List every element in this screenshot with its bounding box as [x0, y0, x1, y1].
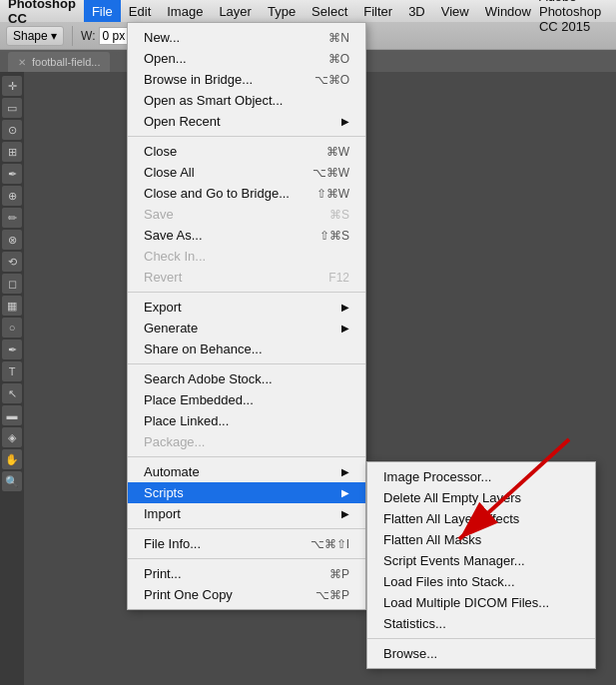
menu-file[interactable]: File	[84, 0, 121, 22]
menu-place-linked[interactable]: Place Linked...	[128, 410, 365, 431]
menu-revert[interactable]: Revert F12	[128, 267, 365, 288]
tool-healing[interactable]: ⊕	[2, 186, 22, 206]
tool-brush[interactable]: ✏	[2, 208, 22, 228]
menu-3d[interactable]: 3D	[400, 0, 433, 22]
menu-file-info[interactable]: File Info... ⌥⌘⇧I	[128, 533, 365, 554]
scripts-flatten-layer-effects[interactable]: Flatten All Layer Effects	[367, 508, 595, 529]
tool-history[interactable]: ⟲	[2, 252, 22, 272]
menu-view[interactable]: View	[433, 0, 477, 22]
scripts-submenu: Image Processor... Delete All Empty Laye…	[366, 461, 596, 669]
tool-pen[interactable]: ✒	[2, 340, 22, 359]
tab-football-field[interactable]: ✕ football-field...	[8, 52, 110, 72]
menu-open-smart-object[interactable]: Open as Smart Object...	[128, 90, 365, 111]
menu-scripts[interactable]: Scripts ▶	[128, 482, 365, 503]
scripts-statistics[interactable]: Statistics...	[367, 613, 595, 634]
tool-eraser[interactable]: ◻	[2, 274, 22, 294]
tool-hand[interactable]: ✋	[2, 449, 22, 469]
tool-gradient[interactable]: ▦	[2, 296, 22, 316]
separator-6	[128, 558, 365, 559]
menu-app-name[interactable]: Photoshop CC	[0, 0, 84, 22]
scripts-event-manager[interactable]: Script Events Manager...	[367, 550, 595, 571]
tool-move[interactable]: ✛	[2, 76, 22, 96]
menu-image[interactable]: Image	[159, 0, 211, 22]
menu-type[interactable]: Type	[260, 0, 304, 22]
tool-select[interactable]: ▭	[2, 98, 22, 118]
tool-clone[interactable]: ⊗	[2, 230, 22, 250]
menu-select[interactable]: Select	[304, 0, 355, 22]
separator-2	[128, 292, 365, 293]
menu-print-one-copy[interactable]: Print One Copy ⌥⌘P	[128, 584, 365, 605]
scripts-flatten-masks[interactable]: Flatten All Masks	[367, 529, 595, 550]
app-title: Adobe Photoshop CC 2015	[539, 0, 616, 34]
tool-eyedropper[interactable]: ✒	[2, 164, 22, 184]
menu-print[interactable]: Print... ⌘P	[128, 563, 365, 584]
separator-3	[128, 363, 365, 364]
tool-3d[interactable]: ◈	[2, 427, 22, 447]
menu-close-all[interactable]: Close All ⌥⌘W	[128, 162, 365, 183]
menu-search-adobe-stock[interactable]: Search Adobe Stock...	[128, 368, 365, 389]
tool-path-select[interactable]: ↖	[2, 383, 22, 403]
tool-dodge[interactable]: ○	[2, 318, 22, 338]
menu-package[interactable]: Package...	[128, 431, 365, 452]
tool-lasso[interactable]: ⊙	[2, 120, 22, 140]
close-icon-tab1[interactable]: ✕	[18, 57, 26, 68]
menu-open-recent[interactable]: Open Recent ▶	[128, 111, 365, 132]
menu-window[interactable]: Window	[477, 0, 539, 22]
scripts-separator	[367, 638, 595, 639]
menu-close[interactable]: Close ⌘W	[128, 141, 365, 162]
menu-layer[interactable]: Layer	[211, 0, 260, 22]
toolbar-shape-selector[interactable]: Shape ▾	[6, 26, 64, 46]
menu-bar: Photoshop CC File Edit Image Layer Type …	[0, 0, 616, 22]
scripts-browse[interactable]: Browse...	[367, 643, 595, 664]
menu-check-in[interactable]: Check In...	[128, 246, 365, 267]
menu-new[interactable]: New... ⌘N	[128, 27, 365, 48]
tool-zoom[interactable]: 🔍	[2, 471, 22, 491]
separator-4	[128, 456, 365, 457]
tool-text[interactable]: T	[2, 361, 22, 381]
file-dropdown: New... ⌘N Open... ⌘O Browse in Bridge...…	[127, 22, 366, 610]
toolbox: ✛ ▭ ⊙ ⊞ ✒ ⊕ ✏ ⊗ ⟲ ◻ ▦ ○ ✒ T ↖ ▬ ◈ ✋ 🔍	[0, 72, 24, 685]
menu-open[interactable]: Open... ⌘O	[128, 48, 365, 69]
scripts-load-dicom[interactable]: Load Multiple DICOM Files...	[367, 592, 595, 613]
menu-edit[interactable]: Edit	[121, 0, 159, 22]
menu-browse-bridge[interactable]: Browse in Bridge... ⌥⌘O	[128, 69, 365, 90]
scripts-delete-empty-layers[interactable]: Delete All Empty Layers	[367, 487, 595, 508]
menu-export[interactable]: Export ▶	[128, 297, 365, 318]
menu-generate[interactable]: Generate ▶	[128, 318, 365, 339]
scripts-load-files[interactable]: Load Files into Stack...	[367, 571, 595, 592]
menu-filter[interactable]: Filter	[355, 0, 400, 22]
menu-import[interactable]: Import ▶	[128, 503, 365, 524]
separator-1	[128, 136, 365, 137]
menu-automate[interactable]: Automate ▶	[128, 461, 365, 482]
menu-share-behance[interactable]: Share on Behance...	[128, 339, 365, 359]
tool-crop[interactable]: ⊞	[2, 142, 22, 162]
scripts-image-processor[interactable]: Image Processor...	[367, 466, 595, 487]
menu-save[interactable]: Save ⌘S	[128, 204, 365, 225]
menu-place-embedded[interactable]: Place Embedded...	[128, 389, 365, 410]
menu-close-bridge[interactable]: Close and Go to Bridge... ⇧⌘W	[128, 183, 365, 204]
tool-shape[interactable]: ▬	[2, 405, 22, 425]
toolbar-divider	[72, 26, 73, 46]
menu-save-as[interactable]: Save As... ⇧⌘S	[128, 225, 365, 246]
separator-5	[128, 528, 365, 529]
